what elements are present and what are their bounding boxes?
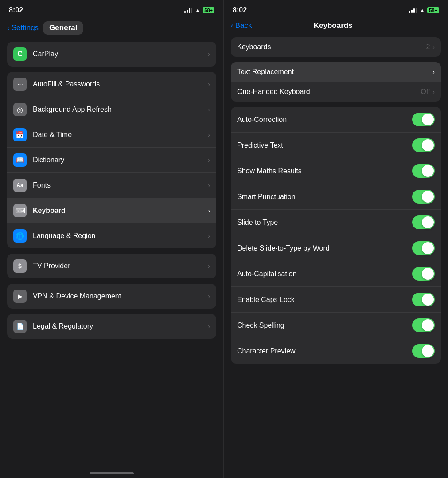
background-chevron: ›	[208, 106, 210, 113]
keyboards-chevron: ›	[432, 43, 435, 51]
wifi-icon-left: ▲	[195, 7, 200, 14]
legal-icon: 📄	[13, 320, 27, 333]
predictive-text-label: Predictive Text	[237, 141, 412, 149]
keyboard-row[interactable]: ⌨ Keyboard ›	[7, 198, 216, 223]
left-panel: 8:02 ▲ 58+ ‹ Settings General C CarPlay …	[0, 0, 224, 478]
tvprovider-row[interactable]: $ TV Provider ›	[7, 254, 216, 278]
keyboard-icon: ⌨	[13, 204, 27, 217]
text-replacement-row[interactable]: Text Replacement ›	[231, 62, 441, 82]
one-handed-label: One-Handed Keyboard	[237, 88, 421, 96]
status-icons-left: ▲ 58+	[184, 7, 214, 14]
back-label-right: Back	[235, 21, 252, 30]
check-spelling-toggle[interactable]	[412, 318, 435, 332]
vpn-icon: ▶	[13, 290, 27, 303]
auto-cap-row[interactable]: Auto-Capitalisation	[231, 261, 441, 287]
delete-slide-label: Delete Slide-to-Type by Word	[237, 244, 412, 252]
vpn-row[interactable]: ▶ VPN & Device Management ›	[7, 284, 216, 309]
legal-chevron: ›	[208, 323, 210, 330]
legal-label: Legal & Regulatory	[33, 322, 208, 330]
dictionary-icon: 📖	[13, 153, 27, 167]
tv-provider-section: $ TV Provider ›	[7, 254, 216, 278]
caps-lock-row[interactable]: Enable Caps Lock	[231, 287, 441, 313]
toggles-section: Auto-Correction Predictive Text Show Mat…	[231, 107, 441, 364]
dictionary-row[interactable]: 📖 Dictionary ›	[7, 148, 216, 173]
vpn-chevron: ›	[208, 293, 210, 300]
predictive-text-toggle[interactable]	[412, 138, 435, 152]
time-left: 8:02	[9, 6, 23, 14]
language-icon: 🌐	[13, 229, 27, 243]
tvprovider-icon: $	[13, 259, 27, 273]
one-handed-chevron: ›	[432, 88, 435, 95]
wifi-icon-right: ▲	[419, 7, 425, 14]
predictive-text-row[interactable]: Predictive Text	[231, 133, 441, 158]
delete-slide-toggle[interactable]	[412, 241, 435, 255]
autofill-chevron: ›	[208, 81, 210, 88]
legal-row[interactable]: 📄 Legal & Regulatory ›	[7, 314, 216, 339]
autofill-label: AutoFill & Passwords	[33, 80, 208, 88]
delete-slide-row[interactable]: Delete Slide-to-Type by Word	[231, 235, 441, 261]
carplay-row[interactable]: C CarPlay ›	[7, 42, 216, 67]
auto-cap-toggle[interactable]	[412, 267, 435, 281]
status-bar-left: 8:02 ▲ 58+	[0, 0, 223, 18]
right-panel: 8:02 ▲ 58+ ‹ Back Keyboards Keyboards 2 …	[224, 0, 448, 478]
keyboard-label: Keyboard	[33, 207, 208, 215]
fonts-row[interactable]: Aa Fonts ›	[7, 173, 216, 198]
keyboards-row[interactable]: Keyboards 2 ›	[231, 37, 441, 57]
status-icons-right: ▲ 58+	[409, 7, 439, 14]
nav-bar-right: ‹ Back Keyboards	[224, 18, 448, 35]
caps-lock-label: Enable Caps Lock	[237, 296, 412, 304]
back-button-left[interactable]: ‹ Settings	[7, 24, 39, 32]
legal-section: 📄 Legal & Regulatory ›	[7, 314, 216, 339]
show-maths-label: Show Maths Results	[237, 167, 412, 175]
one-handed-row[interactable]: One-Handed Keyboard Off ›	[231, 82, 441, 102]
text-replacement-label: Text Replacement	[237, 68, 432, 76]
char-preview-toggle[interactable]	[412, 344, 435, 358]
datetime-row[interactable]: 📅 Date & Time ›	[7, 122, 216, 148]
caps-lock-toggle[interactable]	[412, 293, 435, 306]
back-chevron-icon: ‹	[231, 21, 234, 30]
show-maths-toggle[interactable]	[412, 164, 435, 178]
keyboard-chevron: ›	[208, 207, 210, 214]
language-label: Language & Region	[33, 232, 208, 240]
background-label: Background App Refresh	[33, 106, 208, 114]
page-title-right: Keyboards	[256, 21, 410, 30]
check-spelling-row[interactable]: Check Spelling	[231, 313, 441, 338]
carplay-chevron: ›	[208, 51, 210, 58]
fonts-label: Fonts	[33, 181, 208, 189]
char-preview-row[interactable]: Character Preview	[231, 338, 441, 364]
text-replacement-chevron: ›	[432, 68, 435, 75]
signal-icon-right	[409, 8, 417, 13]
auto-correction-toggle[interactable]	[412, 113, 435, 126]
battery-right: 58+	[427, 7, 439, 13]
language-chevron: ›	[208, 232, 210, 239]
background-row[interactable]: ◎ Background App Refresh ›	[7, 97, 216, 122]
slide-to-type-row[interactable]: Slide to Type	[231, 210, 441, 235]
keyboards-section: Keyboards 2 ›	[231, 37, 441, 57]
dictionary-chevron: ›	[208, 157, 210, 164]
keyboards-value: 2	[426, 43, 430, 51]
home-indicator-left	[0, 466, 223, 478]
carplay-section: C CarPlay ›	[7, 42, 216, 67]
chevron-left-icon: ‹	[7, 24, 10, 32]
autofill-row[interactable]: ⋯ AutoFill & Passwords ›	[7, 72, 216, 97]
vpn-section: ▶ VPN & Device Management ›	[7, 284, 216, 309]
show-maths-row[interactable]: Show Maths Results	[231, 158, 441, 184]
fonts-icon: Aa	[13, 179, 27, 192]
smart-punctuation-row[interactable]: Smart Punctuation	[231, 184, 441, 210]
auto-correction-row[interactable]: Auto-Correction	[231, 107, 441, 133]
time-right: 8:02	[233, 6, 247, 14]
slide-to-type-toggle[interactable]	[412, 215, 435, 229]
autofill-icon: ⋯	[13, 78, 27, 91]
language-row[interactable]: 🌐 Language & Region ›	[7, 223, 216, 248]
smart-punctuation-toggle[interactable]	[412, 190, 435, 204]
fonts-chevron: ›	[208, 182, 210, 189]
tvprovider-label: TV Provider	[33, 262, 208, 270]
datetime-icon: 📅	[13, 128, 27, 141]
back-button-right[interactable]: ‹ Back	[231, 21, 252, 30]
datetime-chevron: ›	[208, 131, 210, 138]
vpn-label: VPN & Device Management	[33, 292, 208, 300]
settings-group2: ⋯ AutoFill & Passwords › ◎ Background Ap…	[7, 72, 216, 248]
char-preview-label: Character Preview	[237, 347, 412, 355]
back-label-left: Settings	[12, 24, 39, 32]
auto-cap-label: Auto-Capitalisation	[237, 270, 412, 278]
